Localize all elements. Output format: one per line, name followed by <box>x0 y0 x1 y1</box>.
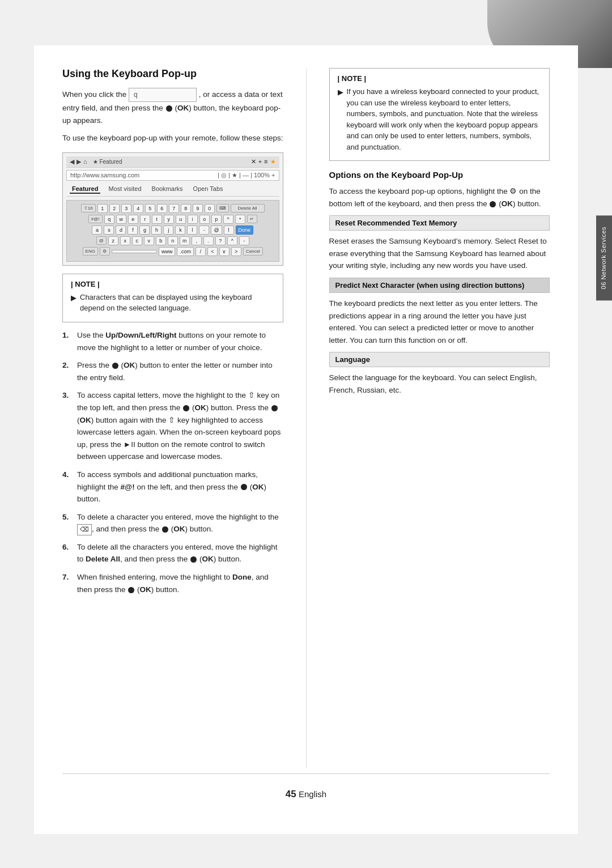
kb-key-w[interactable]: w <box>116 215 126 224</box>
kb-key-f[interactable]: f <box>128 225 138 235</box>
kb-key-period[interactable]: . <box>203 236 214 245</box>
steps-list: 1. Use the Up/Down/Left/Right buttons on… <box>62 329 283 595</box>
kb-lang-key[interactable]: ENG <box>83 247 98 256</box>
kb-key-g[interactable]: g <box>139 225 150 235</box>
kb-key-r[interactable]: r <box>140 215 150 224</box>
right-note-label: | NOTE | <box>338 74 542 83</box>
kb-dotcom-key[interactable]: .com <box>177 247 194 256</box>
kb-key-minus[interactable]: - <box>239 236 249 245</box>
right-column: | NOTE | ▶ If you have a wireless keyboa… <box>306 68 550 768</box>
ok-circle-7 <box>128 587 134 593</box>
kb-delete-all-key[interactable]: Delete All <box>231 204 265 212</box>
kb-key-0[interactable]: 0 <box>205 204 215 213</box>
kb-key-7[interactable]: 7 <box>169 204 179 213</box>
kb-url-bar: http://www.samsung.com | ◎ | ★ | — | 100… <box>66 170 279 181</box>
kb-key-d[interactable]: d <box>116 225 126 235</box>
kb-key-q[interactable]: q <box>104 215 114 224</box>
step-3-text: To access capital letters, move the high… <box>77 389 283 463</box>
kb-enter-key[interactable]: ↵ <box>247 215 257 223</box>
kb-key-p[interactable]: p <box>211 215 222 224</box>
kb-key-j[interactable]: j <box>163 225 173 235</box>
kb-key-1[interactable]: 1 <box>97 204 108 213</box>
kb-space-key[interactable] <box>112 250 157 253</box>
kb-back-btn: ◀ <box>70 158 74 165</box>
kb-key-c[interactable]: c <box>132 236 142 245</box>
kb-nav-controls: ◀ ▶ ⌂ ★ Featured <box>70 158 122 165</box>
ok-circle-6 <box>190 556 197 563</box>
kb-key-4[interactable]: 4 <box>133 204 143 213</box>
kb-key-o[interactable]: o <box>199 215 210 224</box>
kb-symbol-key[interactable]: #@! <box>88 215 103 223</box>
kb-key-2[interactable]: 2 <box>109 204 120 213</box>
two-column-layout: Using the Keyboard Pop-up When you click… <box>62 68 550 768</box>
kb-key-at[interactable]: @ <box>211 225 222 235</box>
kb-key-l[interactable]: l <box>187 225 197 235</box>
kb-key-z[interactable]: z <box>108 236 118 245</box>
kb-key-dash[interactable]: - <box>199 225 209 235</box>
kb-down-key[interactable]: ∨ <box>219 247 230 256</box>
search-bar-mockup: q <box>129 88 197 102</box>
kb-at-key[interactable]: @ <box>96 236 107 245</box>
kb-key-a[interactable]: a <box>92 225 102 235</box>
step-7-num: 7. <box>62 571 73 595</box>
kb-key-s[interactable]: s <box>104 225 114 235</box>
kb-key-3[interactable]: 3 <box>121 204 131 213</box>
kb-tab-mostvisited[interactable]: Most visited <box>106 185 143 194</box>
kb-row-4: @ z x c v b n m , . ? ^ - <box>70 236 275 245</box>
right-note-arrow-icon: ▶ <box>338 87 343 152</box>
right-note-box: | NOTE | ▶ If you have a wireless keyboa… <box>329 68 550 161</box>
kb-key-caret[interactable]: ^ <box>223 215 233 224</box>
step-5-text: To delete a character you entered, move … <box>77 511 283 535</box>
kb-cancel-key[interactable]: Cancel <box>243 247 263 256</box>
kb-lt-key[interactable]: < <box>207 247 218 256</box>
kb-dict-key[interactable]: ⌨ <box>216 204 229 212</box>
kb-key-v[interactable]: v <box>144 236 154 245</box>
intro-paragraph-1: When you click the q , or access a data … <box>62 88 283 126</box>
kb-top-right-icons: ✕ + ≡ ★ <box>251 158 276 165</box>
right-section-title: Options on the Keyboard Pop-Up <box>329 170 550 180</box>
kb-key-i[interactable]: i <box>188 215 198 224</box>
kb-key-b[interactable]: b <box>156 236 166 245</box>
kb-key-h[interactable]: h <box>151 225 162 235</box>
ok-circle-5 <box>162 526 168 533</box>
kb-www-key[interactable]: www <box>159 247 176 256</box>
kb-gt-key[interactable]: > <box>231 247 241 256</box>
kb-key-t[interactable]: t <box>152 215 162 224</box>
kb-slash-key[interactable]: / <box>196 247 206 256</box>
kb-key-m[interactable]: m <box>180 236 190 245</box>
keyboard-popup-mockup: ◀ ▶ ⌂ ★ Featured ✕ + ≡ ★ http://www.sams… <box>62 152 283 266</box>
kb-key-9[interactable]: 9 <box>193 204 203 213</box>
kb-key-question[interactable]: ? <box>215 236 226 245</box>
kb-row-1: ⇧16 1 2 3 4 5 6 7 8 9 0 ⌨ Delete All <box>70 204 275 213</box>
kb-key-8[interactable]: 8 <box>181 204 191 213</box>
kb-key-k[interactable]: k <box>175 225 185 235</box>
kb-key-6[interactable]: 6 <box>157 204 167 213</box>
kb-close-x: ✕ <box>251 158 256 165</box>
kb-tab-bookmarks[interactable]: Bookmarks <box>150 185 185 194</box>
step-4: 4. To access symbols and additional punc… <box>62 469 283 505</box>
kb-tab-opentabs[interactable]: Open Tabs <box>191 185 226 194</box>
step-2-text: Press the (OK) button to enter the lette… <box>77 359 283 384</box>
kb-key-5[interactable]: 5 <box>145 204 155 213</box>
kb-done-key[interactable]: Done <box>236 225 254 235</box>
kb-key-u[interactable]: u <box>176 215 186 224</box>
kb-key-star[interactable]: * <box>235 215 245 224</box>
kb-key-comma[interactable]: , <box>192 236 202 245</box>
right-section-intro: To access the keyboard pop-up options, h… <box>329 185 550 210</box>
kb-key-n[interactable]: n <box>168 236 178 245</box>
step-4-num: 4. <box>62 469 73 505</box>
kb-key-caret2[interactable]: ^ <box>227 236 237 245</box>
kb-settings-key[interactable]: ⚙ <box>100 247 110 256</box>
kb-shift-key[interactable]: ⇧16 <box>81 204 96 212</box>
step-2: 2. Press the (OK) button to enter the le… <box>62 359 283 384</box>
kb-nav-tabs: Featured Most visited Bookmarks Open Tab… <box>66 182 279 197</box>
ok-circle-3b <box>271 405 278 411</box>
kb-tab-featured[interactable]: Featured <box>70 185 100 194</box>
kb-key-l2[interactable]: l <box>224 225 234 235</box>
kb-key-y[interactable]: y <box>164 215 174 224</box>
left-note-label: | NOTE | <box>71 280 275 288</box>
kb-keyboard-area: ⇧16 1 2 3 4 5 6 7 8 9 0 ⌨ Delete All <box>66 200 279 262</box>
kb-key-x[interactable]: x <box>120 236 130 245</box>
kb-key-e[interactable]: e <box>128 215 138 224</box>
right-intro-ok: (OK) button. <box>499 199 541 208</box>
